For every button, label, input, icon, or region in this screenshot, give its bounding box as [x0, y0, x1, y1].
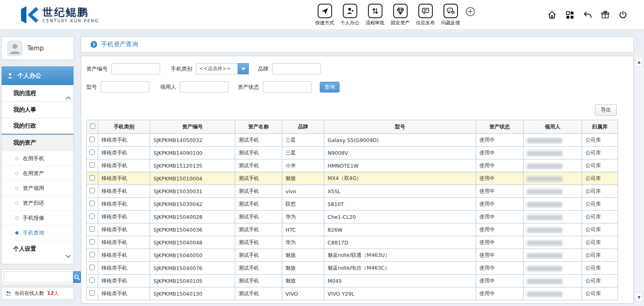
top-header: 世纪鲲鹏 CENTURY KUN PENG 快捷方式 个人办公 — [0, 0, 644, 30]
vertical-scrollbar[interactable]: ▲ ▼ — [634, 56, 644, 304]
redacted-name — [527, 279, 562, 284]
row-checkbox[interactable] — [90, 290, 95, 296]
sidebar-menu-item[interactable]: 我的行政 — [2, 118, 73, 135]
online-label: 当前在线人数 — [14, 290, 44, 297]
redacted-name — [527, 253, 562, 259]
row-checkbox[interactable] — [90, 226, 95, 232]
menu-scroll-down-icon[interactable] — [66, 251, 70, 259]
row-checkbox[interactable] — [90, 252, 95, 257]
table-row[interactable]: 移植类手机 SJKPKMB15040036 测试手机 HTC 826W 使用中 … — [87, 223, 618, 236]
table-row[interactable]: 移植类手机 SJKPKMB15010004 测试手机 魅族 MX4（双4G） 使… — [87, 172, 618, 185]
model-input[interactable] — [101, 81, 149, 93]
nav-info-publish[interactable]: 信息发布 — [415, 4, 436, 26]
cell-asset-no: SJKPKMB15120135 — [150, 159, 235, 172]
online-users-icon — [5, 290, 12, 297]
cell-status: 使用中 — [476, 236, 524, 249]
cell-brand: 魅族 — [282, 262, 324, 275]
table-row[interactable]: 移植类手机 SJKPKMB15120135 测试手机 小米 HMNOTE1W 使… — [87, 159, 618, 172]
cell-asset-name: 测试手机 — [235, 198, 282, 211]
status-input[interactable] — [263, 81, 311, 93]
cell-user-redacted — [524, 185, 582, 198]
cell-brand: 华为 — [282, 236, 324, 249]
brand-input[interactable] — [272, 63, 321, 74]
select-all-checkbox[interactable] — [90, 123, 95, 129]
cell-user-redacted — [524, 198, 582, 211]
redacted-name — [527, 164, 562, 169]
row-checkbox[interactable] — [90, 265, 95, 270]
scroll-down-arrow-icon[interactable]: ▼ — [635, 292, 643, 302]
table-row[interactable]: 移植类手机 SJKPKMB15030042 测试手机 联想 S810T 使用中 … — [87, 198, 618, 211]
table-row[interactable]: 移植类手机 SJKPKMB15040050 测试手机 魅族 魅蓝note/联通（… — [87, 249, 618, 262]
cell-asset-no: SJKPKMB15040036 — [150, 223, 235, 236]
cell-user-redacted — [524, 236, 582, 249]
nav-shortcut[interactable]: 快捷方式 — [314, 4, 335, 26]
table-row[interactable]: 移植类手机 SJKPKMB15040028 测试手机 华为 Che1-CL20 … — [87, 211, 618, 223]
apps-grid-icon[interactable] — [564, 9, 575, 20]
nav-feedback[interactable]: 问题反馈 — [440, 4, 461, 26]
user-input[interactable] — [180, 81, 229, 93]
table-row[interactable]: 移植类手机 SJKPKMB15040105 测试手机 魅族 M045 使用中 公… — [87, 275, 618, 287]
sidebar-menu: 个人办公 我的流程 我的人事 我的行政 我的资产 在用手机 — [1, 66, 74, 264]
sidebar-search-button[interactable] — [73, 271, 81, 283]
scroll-up-arrow-icon[interactable]: ▲ — [635, 57, 643, 67]
row-checkbox[interactable] — [90, 162, 95, 168]
row-checkbox[interactable] — [90, 278, 95, 283]
nav-process-approval[interactable]: 流程审批 — [365, 4, 385, 26]
table-row[interactable]: 移植类手机 SJKPKMB15040076 测试手机 魅族 魅蓝note/电信（… — [87, 262, 618, 275]
online-count: 12 — [47, 290, 54, 296]
cell-asset-name: 测试手机 — [235, 249, 282, 262]
row-checkbox[interactable] — [90, 149, 95, 155]
export-button[interactable]: 导出 — [595, 104, 617, 116]
table-row[interactable]: 移植类手机 SJKPKMB14090100 测试手机 三星 N9008V 使用中… — [87, 147, 618, 159]
sidebar-item-personal-office[interactable]: 个人办公 — [2, 66, 73, 85]
submenu-item-label: 在用手机 — [23, 155, 44, 162]
table-row[interactable]: 移植类手机 SJKPKMB15040048 测试手机 华为 C8817D 使用中… — [87, 236, 618, 249]
back-arrow-icon[interactable] — [582, 9, 593, 20]
row-checkbox[interactable] — [90, 239, 95, 244]
table-row[interactable]: 移植类手机 SJKPKMB15040130 测试手机 VIVO VIVO Y29… — [87, 287, 618, 300]
nav-fixed-assets[interactable]: 固定资产 — [390, 4, 410, 26]
menu-scroll-up-icon[interactable] — [66, 95, 70, 102]
user-label: 领用人 — [160, 83, 176, 91]
cell-phone-type: 移植类手机 — [98, 211, 150, 223]
sidebar-submenu-item[interactable]: 资产归还 — [2, 196, 73, 211]
sidebar-menu-item[interactable]: 我的流程 — [2, 85, 73, 102]
row-checkbox[interactable] — [90, 201, 95, 206]
cell-asset-no: SJKPKMB15010004 — [150, 172, 235, 185]
row-checkbox[interactable] — [90, 188, 95, 193]
sidebar-submenu-item[interactable]: 资产领用 — [2, 181, 73, 196]
cell-store: 公司库 — [582, 134, 618, 147]
home-icon[interactable] — [547, 9, 557, 20]
add-shortcut-button[interactable] — [465, 7, 475, 17]
sidebar-submenu-item[interactable]: 手机报修 — [2, 211, 73, 225]
cell-store: 公司库 — [582, 172, 618, 185]
query-button[interactable]: 查询 — [320, 82, 340, 93]
row-checkbox[interactable] — [90, 137, 95, 142]
asset-no-input[interactable] — [111, 63, 160, 74]
cell-asset-no: SJKPKMB14050032 — [150, 134, 235, 147]
sidebar-item-settings[interactable]: 个人设置 — [2, 240, 73, 258]
sidebar-submenu-item[interactable]: 在用资产 — [2, 166, 73, 181]
sidebar-menu-item[interactable]: 我的人事 — [2, 102, 73, 118]
phone-type-label: 手机类别 — [171, 65, 192, 73]
table-row[interactable]: 移植类手机 SJKPKMB14050032 测试手机 三星 Galaxy S5(… — [87, 134, 618, 147]
cell-store: 公司库 — [582, 198, 618, 211]
row-checkbox[interactable] — [90, 213, 95, 219]
phone-type-select[interactable]: <<请选择>> — [196, 63, 249, 74]
nav-personal-office[interactable]: 个人办公 — [340, 4, 360, 26]
sidebar-search-input[interactable] — [4, 271, 73, 283]
table-row[interactable]: 移植类手机 SJKPKMB15030031 测试手机 vivo X5SL 使用中… — [87, 185, 618, 198]
power-icon[interactable] — [618, 9, 628, 20]
menu-item-label: 我的流程 — [13, 90, 36, 97]
gift-icon[interactable] — [600, 9, 611, 20]
status-label: 资产状态 — [238, 83, 259, 91]
cell-user-redacted — [524, 262, 582, 275]
sidebar-menu-item[interactable]: 我的资产 — [2, 135, 73, 151]
radio-dot-icon — [15, 216, 19, 220]
chevron-down-icon[interactable] — [238, 63, 249, 74]
sidebar-submenu-item[interactable]: 在用手机 — [2, 151, 73, 166]
cell-store: 公司库 — [582, 147, 618, 159]
cell-status: 使用中 — [476, 211, 524, 223]
row-checkbox[interactable] — [90, 175, 95, 180]
sidebar-submenu-item[interactable]: 手机查询 — [2, 225, 73, 240]
